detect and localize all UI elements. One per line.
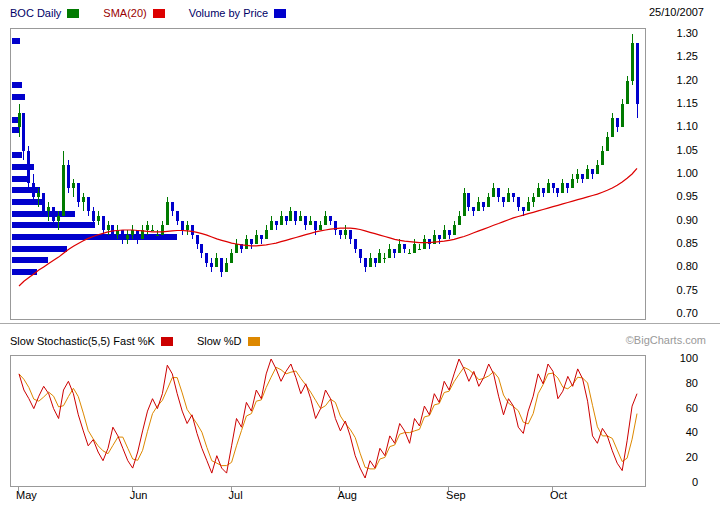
stochastic-tick-label: 0 xyxy=(648,476,698,488)
sma-series-swatch-icon xyxy=(153,9,165,18)
stochastic-tick-label: 60 xyxy=(648,402,698,414)
stochastic-tick-label: 80 xyxy=(648,377,698,389)
bigcharts-stock-chart-page: BOC DailySMA(20)Volume by Price 25/10/20… xyxy=(0,0,720,510)
price-tick-label: 1.05 xyxy=(648,144,698,156)
sma-series-label: SMA(20) xyxy=(103,7,146,19)
price-tick-label: 1.20 xyxy=(648,74,698,86)
month-label: Jul xyxy=(229,489,243,501)
vbp-series-label: Volume by Price xyxy=(189,7,268,19)
symbol-series-label: BOC Daily xyxy=(10,7,61,19)
slow-d-swatch-icon xyxy=(248,337,260,346)
price-chart-frame xyxy=(10,28,646,320)
chart-date-label: 25/10/2007 xyxy=(649,6,704,18)
fast-k-swatch-icon xyxy=(161,337,173,346)
stochastic-tick-label: 40 xyxy=(648,426,698,438)
price-tick-label: 1.15 xyxy=(648,97,698,109)
stochastic-tick-label: 20 xyxy=(648,451,698,463)
price-candlestick-chart xyxy=(11,29,645,319)
price-tick-label: 0.80 xyxy=(648,260,698,272)
slow-d-label: Slow %D xyxy=(197,335,242,347)
price-tick-label: 1.00 xyxy=(648,167,698,179)
bigcharts-watermark-link[interactable]: ©BigCharts.com xyxy=(626,334,706,346)
panel-separator xyxy=(0,323,720,324)
stochastic-label: Slow Stochastic(5,5) Fast %K xyxy=(10,335,155,347)
month-label: Jun xyxy=(130,489,148,501)
month-label: Sep xyxy=(446,489,466,501)
price-tick-label: 0.75 xyxy=(648,284,698,296)
vbp-series-swatch-icon xyxy=(274,9,286,18)
stochastic-legend: Slow Stochastic(5,5) Fast %KSlow %D ©Big… xyxy=(0,334,720,348)
price-series-swatch-icon xyxy=(67,9,79,18)
price-tick-label: 0.85 xyxy=(648,237,698,249)
month-label: Aug xyxy=(337,489,357,501)
price-tick-label: 0.90 xyxy=(648,214,698,226)
main-chart-legend: BOC DailySMA(20)Volume by Price 25/10/20… xyxy=(0,6,720,20)
price-tick-label: 0.95 xyxy=(648,190,698,202)
price-tick-label: 1.10 xyxy=(648,120,698,132)
price-tick-label: 1.25 xyxy=(648,50,698,62)
stochastic-tick-label: 100 xyxy=(648,352,698,364)
stochastic-line-chart xyxy=(11,356,645,486)
stochastic-chart-frame xyxy=(10,355,646,487)
month-label: Oct xyxy=(550,489,567,501)
price-tick-label: 1.30 xyxy=(648,27,698,39)
month-label: May xyxy=(16,489,37,501)
price-tick-label: 0.70 xyxy=(648,307,698,319)
